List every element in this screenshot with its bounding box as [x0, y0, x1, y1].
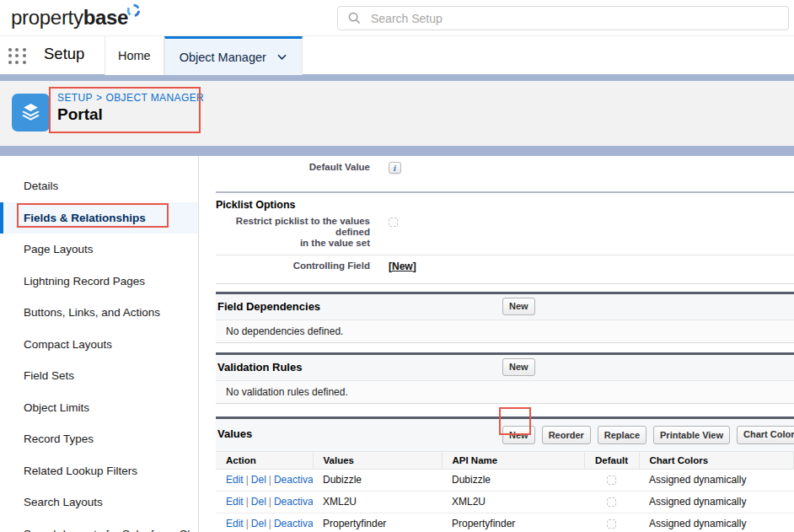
deactivate-link[interactable]: Deactivate [274, 518, 313, 529]
values-reorder-button[interactable]: Reorder [542, 426, 591, 444]
restrict-picklist-label: Restrict picklist to the values defined … [216, 216, 370, 249]
setup-app-label: Setup [44, 45, 84, 63]
sidebar-item-record-types[interactable]: Record Types [0, 423, 198, 455]
validation-rules-header: Validation Rules New [216, 355, 794, 380]
api-name-cell: XML2U [442, 492, 584, 513]
edit-link[interactable]: Edit [226, 518, 244, 529]
sidebar-item-field-sets[interactable]: Field Sets [0, 360, 198, 392]
chart-colors-cell: Assigned dynamically [639, 492, 794, 513]
values-button-row: New Reorder Replace Printable View Chart… [502, 426, 794, 444]
main-area: Details Fields & Relationships Page Layo… [0, 156, 794, 532]
api-name-cell: Propertyfinder [442, 513, 584, 532]
sidebar-item-object-limits[interactable]: Object Limits [0, 392, 198, 424]
edit-link[interactable]: Edit [226, 496, 244, 508]
brand-band-bottom [0, 146, 794, 156]
top-header: propertybase [0, 0, 794, 35]
object-layers-icon [12, 94, 50, 132]
del-link[interactable]: Del [251, 518, 266, 529]
restrict-picklist-row: Restrict picklist to the values defined … [216, 216, 794, 255]
logo-text-regular: property [11, 6, 83, 29]
col-header-values: Values [313, 452, 442, 470]
breadcrumb-separator: > [93, 92, 105, 104]
search-input[interactable] [369, 11, 788, 26]
tab-object-manager-label: Object Manager [180, 51, 266, 64]
values-replace-button[interactable]: Replace [598, 426, 646, 444]
info-icon[interactable]: i [389, 162, 401, 174]
default-cell [584, 492, 639, 513]
brand-band-top [0, 74, 794, 81]
sidebar-item-search-layouts-salesforce-classic[interactable]: Search Layouts for Salesforce Classic [0, 519, 198, 532]
page-header: SETUP>OBJECT MANAGER Portal [0, 81, 794, 146]
logo-text-bold: base [83, 6, 129, 29]
nav-tabs: Home Object Manager [105, 36, 303, 75]
app-launcher-icon[interactable] [8, 48, 27, 64]
breadcrumb-setup-link[interactable]: SETUP [57, 92, 93, 104]
restrict-picklist-checkbox [389, 218, 398, 227]
controlling-field-new-link[interactable]: New [392, 261, 413, 272]
del-link[interactable]: Del [251, 474, 266, 486]
value-cell: XML2U [313, 492, 442, 513]
field-dependencies-card: Field Dependencies New No dependencies d… [216, 292, 794, 343]
tab-home-label: Home [118, 49, 151, 62]
table-row: Edit|Del|Deactivate Dubizzle Dubizzle As… [216, 470, 794, 492]
default-checkbox [607, 476, 616, 485]
validation-rules-title: Validation Rules [216, 361, 302, 373]
sidebar-item-page-layouts[interactable]: Page Layouts [0, 234, 198, 266]
setup-search-box [337, 6, 789, 30]
deactivate-link[interactable]: Deactivate [274, 496, 313, 508]
controlling-field-label: Controlling Field [216, 261, 370, 272]
values-new-button[interactable]: New [502, 426, 535, 444]
value-cell: Propertyfinder [313, 513, 442, 532]
values-header: Values New Reorder Replace Printable Vie… [216, 419, 794, 451]
sidebar-item-related-lookup-filters[interactable]: Related Lookup Filters [0, 455, 198, 487]
sidebar-item-search-layouts[interactable]: Search Layouts [0, 486, 198, 519]
propertybase-logo[interactable]: propertybase [11, 6, 142, 30]
sidebar-item-buttons-links-actions[interactable]: Buttons, Links, and Actions [0, 297, 198, 329]
values-table-header-row: Action Values API Name Default Chart Col… [216, 452, 794, 470]
del-link[interactable]: Del [251, 496, 266, 508]
table-row: Edit|Del|Deactivate XML2U XML2U Assigned… [216, 492, 794, 513]
validation-rules-new-button[interactable]: New [502, 358, 535, 376]
validation-rules-empty-text: No validation rules defined. [216, 380, 794, 404]
default-value-label: Default Value [216, 162, 370, 191]
chart-colors-cell: Assigned dynamically [639, 513, 794, 532]
controlling-field-row: Controlling Field [New] [216, 255, 794, 283]
api-name-cell: Dubizzle [442, 470, 584, 492]
sidebar-item-lightning-record-pages[interactable]: Lightning Record Pages [0, 266, 198, 298]
field-dependencies-new-button[interactable]: New [502, 298, 535, 315]
breadcrumb-object-manager-link[interactable]: OBJECT MANAGER [105, 92, 204, 104]
picklist-options-section: Picklist Options Restrict picklist to th… [216, 191, 794, 284]
setup-nav-bar: Setup Home Object Manager [0, 35, 794, 74]
deactivate-link[interactable]: Deactivate [274, 474, 313, 486]
sidebar-item-compact-layouts[interactable]: Compact Layouts [0, 329, 198, 361]
col-header-chart-colors: Chart Colors [639, 452, 794, 470]
action-cell: Edit|Del|Deactivate [216, 470, 313, 492]
search-icon [348, 12, 361, 24]
tab-object-manager[interactable]: Object Manager [164, 36, 303, 75]
page-title: Portal [57, 105, 103, 124]
col-header-action: Action [216, 452, 313, 470]
field-dependencies-empty-text: No dependencies defined. [216, 320, 794, 343]
action-cell: Edit|Del|Deactivate [216, 513, 313, 532]
chart-colors-cell: Assigned dynamically [639, 470, 794, 492]
default-cell [584, 513, 639, 532]
sidebar-item-details[interactable]: Details [0, 170, 198, 202]
chevron-down-icon [276, 53, 287, 61]
edit-link[interactable]: Edit [226, 474, 244, 486]
default-checkbox [607, 519, 616, 529]
default-checkbox [607, 497, 616, 507]
default-value-row: Default Value i [216, 156, 794, 191]
table-row: Edit|Del|Deactivate Propertyfinder Prope… [216, 513, 794, 532]
breadcrumb: SETUP>OBJECT MANAGER [57, 92, 204, 104]
field-dependencies-header: Field Dependencies New [216, 294, 794, 320]
values-chart-colors-dropdown[interactable]: Chart Colors▼ [737, 426, 794, 444]
validation-rules-card: Validation Rules New No validation rules… [216, 352, 794, 404]
col-header-default: Default [584, 452, 639, 470]
logo-swirl-icon [126, 3, 141, 18]
tab-home[interactable]: Home [105, 36, 164, 75]
col-header-api-name: API Name [442, 452, 584, 470]
sidebar-item-fields-relationships[interactable]: Fields & Relationships [0, 202, 198, 234]
values-printable-view-button[interactable]: Printable View [653, 426, 730, 444]
action-cell: Edit|Del|Deactivate [216, 492, 313, 513]
default-cell [584, 470, 639, 492]
